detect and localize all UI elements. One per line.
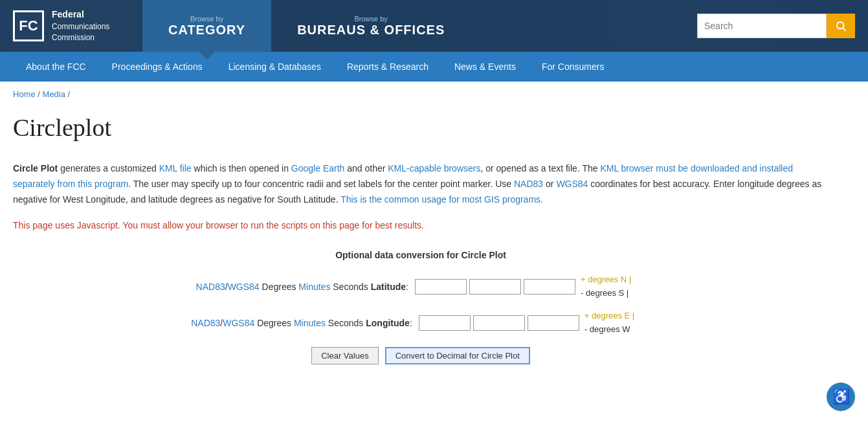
wgs84-link[interactable]: WGS84 — [556, 179, 588, 189]
main-nav: About the FCC Proceedings & Actions Lice… — [0, 52, 868, 82]
latitude-suffix: + degrees N | - degrees S | — [575, 273, 647, 300]
longitude-seconds-input[interactable] — [528, 315, 579, 331]
convert-button[interactable]: Convert to Decimal for Circle Plot — [385, 347, 530, 364]
longitude-inputs — [419, 315, 579, 331]
latitude-seconds-input[interactable] — [524, 279, 575, 295]
page-description: Circle Plot generates a customized KML f… — [13, 161, 829, 207]
minutes-lat-link[interactable]: Minutes — [298, 282, 330, 292]
wgs84-lon-link[interactable]: WGS84 — [223, 318, 254, 328]
latitude-minutes-input[interactable] — [469, 279, 521, 295]
search-area — [697, 14, 868, 38]
main-content: Circleplot Circle Plot generates a custo… — [0, 107, 841, 390]
minutes-lon-link[interactable]: Minutes — [294, 318, 326, 328]
kml-link[interactable]: KML file — [159, 163, 192, 173]
browse-bureaus-button[interactable]: Browse by BUREAUS & OFFICES — [271, 0, 471, 52]
browse-nav: Browse by CATEGORY Browse by BUREAUS & O… — [142, 0, 697, 52]
gis-link[interactable]: This is the common usage for most GIS pr… — [340, 194, 543, 205]
fcc-logo-icon: FC — [13, 10, 44, 41]
latitude-degrees-input[interactable] — [415, 279, 467, 295]
longitude-minutes-input[interactable] — [473, 315, 525, 331]
page-title: Circleplot — [13, 113, 829, 142]
site-header: FC FederalCommunicationsCommission Brows… — [0, 0, 868, 52]
latitude-row: NAD83/WGS84 Degrees Minutes Seconds Lati… — [13, 273, 829, 300]
google-earth-link[interactable]: Google Earth — [291, 163, 345, 173]
nav-consumers[interactable]: For Consumers — [529, 52, 617, 82]
breadcrumb-home-link[interactable]: Home — [13, 89, 36, 99]
breadcrumb: Home / Media / — [0, 82, 868, 107]
latitude-inputs — [415, 279, 575, 295]
wgs84-lat-link[interactable]: WGS84 — [228, 282, 260, 292]
search-button[interactable] — [827, 14, 855, 38]
svg-point-0 — [837, 22, 844, 29]
nad83-link[interactable]: NAD83 — [514, 179, 543, 189]
browse-category-button[interactable]: Browse by CATEGORY — [142, 0, 271, 52]
nav-news[interactable]: News & Events — [441, 52, 529, 82]
form-buttons: Clear Values Convert to Decimal for Circ… — [13, 347, 829, 364]
search-input[interactable] — [697, 14, 827, 38]
nav-licensing[interactable]: Licensing & Databases — [216, 52, 334, 82]
svg-line-1 — [843, 28, 845, 30]
conversion-form: Optional data conversion for Circle Plot… — [13, 250, 829, 364]
org-name: FederalCommunicationsCommission — [52, 8, 109, 43]
kml-browsers-link[interactable]: KML-capable browsers — [388, 163, 480, 173]
form-title: Optional data conversion for Circle Plot — [13, 250, 829, 260]
js-notice: This page uses Javascript. You must allo… — [13, 220, 829, 230]
breadcrumb-media-link[interactable]: Media — [43, 89, 65, 99]
longitude-degrees-input[interactable] — [419, 315, 471, 331]
nav-about[interactable]: About the FCC — [13, 52, 99, 82]
nav-proceedings[interactable]: Proceedings & Actions — [99, 52, 216, 82]
nav-reports[interactable]: Reports & Research — [334, 52, 441, 82]
nad83-lat-link[interactable]: NAD83 — [196, 282, 225, 292]
nad83-lon-link[interactable]: NAD83 — [191, 318, 220, 328]
longitude-row: NAD83/WGS84 Degrees Minutes Seconds Long… — [13, 309, 829, 337]
longitude-suffix: + degrees E | - degrees W — [579, 309, 651, 337]
clear-values-button[interactable]: Clear Values — [311, 347, 378, 364]
logo-area: FC FederalCommunicationsCommission — [0, 8, 142, 43]
longitude-label: NAD83/WGS84 Degrees Minutes Seconds Long… — [191, 318, 419, 328]
latitude-label: NAD83/WGS84 Degrees Minutes Seconds Lati… — [195, 282, 415, 292]
